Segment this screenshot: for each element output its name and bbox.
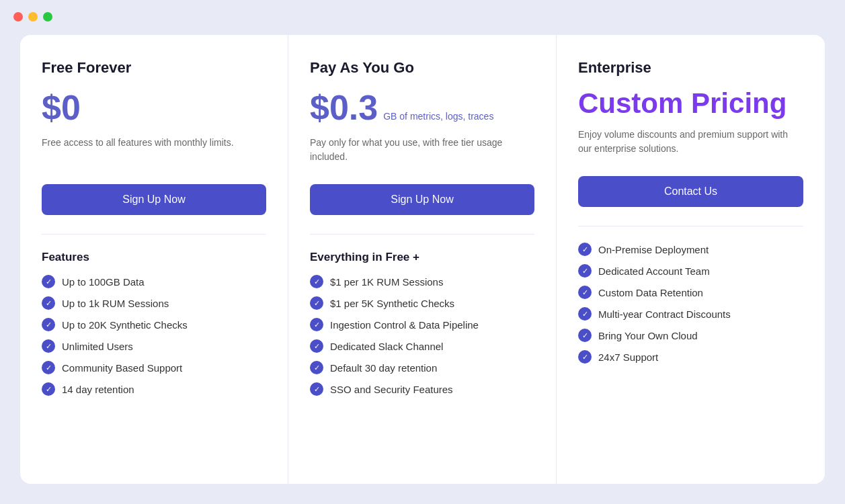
plan-name-payg: Pay As You Go xyxy=(310,59,534,77)
check-icon: ✓ xyxy=(578,243,592,256)
feature-text: Dedicated Account Team xyxy=(598,265,710,277)
maximize-button[interactable] xyxy=(43,12,52,22)
feature-list-free: ✓ Up to 100GB Data ✓ Up to 1k RUM Sessio… xyxy=(42,275,266,396)
feature-text: $1 per 1K RUM Sessions xyxy=(330,276,443,288)
list-item: ✓ Custom Data Retention xyxy=(578,286,803,299)
feature-text: SSO and Security Features xyxy=(330,384,453,395)
feature-text: Up to 20K Synthetic Checks xyxy=(62,319,188,331)
feature-list-enterprise: ✓ On-Premise Deployment ✓ Dedicated Acco… xyxy=(578,243,803,364)
check-icon: ✓ xyxy=(42,339,55,353)
list-item: ✓ Community Based Support xyxy=(42,361,266,374)
check-icon: ✓ xyxy=(310,318,323,331)
check-icon: ✓ xyxy=(310,339,323,353)
feature-text: Bring Your Own Cloud xyxy=(598,330,698,341)
signup-button-free[interactable]: Sign Up Now xyxy=(42,184,266,215)
features-title-free: Features xyxy=(42,251,266,264)
check-icon: ✓ xyxy=(42,275,55,288)
check-icon: ✓ xyxy=(578,307,592,321)
check-icon: ✓ xyxy=(42,318,55,331)
feature-text: Custom Data Retention xyxy=(598,287,703,298)
contact-button-enterprise[interactable]: Contact Us xyxy=(578,176,803,207)
divider-free xyxy=(42,234,266,235)
minimize-button[interactable] xyxy=(28,12,38,22)
check-icon: ✓ xyxy=(310,296,323,310)
plan-description-payg: Pay only for what you use, with free tie… xyxy=(310,136,534,168)
list-item: ✓ Up to 20K Synthetic Checks xyxy=(42,318,266,331)
plan-price-free: $0 xyxy=(42,87,266,128)
list-item: ✓ Dedicated Account Team xyxy=(578,264,803,278)
feature-text: Community Based Support xyxy=(62,362,182,374)
plan-name-enterprise: Enterprise xyxy=(578,59,803,77)
feature-text: Unlimited Users xyxy=(62,341,133,352)
check-icon: ✓ xyxy=(578,329,592,342)
plan-description-free: Free access to all features with monthly… xyxy=(42,136,266,168)
list-item: ✓ On-Premise Deployment xyxy=(578,243,803,256)
plan-price-sub-payg: GB of metrics, logs, traces xyxy=(383,111,493,122)
plan-price-payg: $0.3 GB of metrics, logs, traces xyxy=(310,87,534,128)
plan-description-enterprise: Enjoy volume discounts and premium suppo… xyxy=(578,128,803,160)
feature-text: Multi-year Contract Discounts xyxy=(598,308,731,320)
pricing-container: Free Forever $0 Free access to all featu… xyxy=(20,35,825,484)
feature-text: Up to 100GB Data xyxy=(62,276,145,288)
check-icon: ✓ xyxy=(578,350,592,364)
list-item: ✓ Dedicated Slack Channel xyxy=(310,339,534,353)
signup-button-payg[interactable]: Sign Up Now xyxy=(310,184,534,215)
list-item: ✓ $1 per 1K RUM Sessions xyxy=(310,275,534,288)
list-item: ✓ Default 30 day retention xyxy=(310,361,534,374)
plan-price-enterprise: Custom Pricing xyxy=(578,87,803,120)
plan-price-amount-free: $0 xyxy=(42,87,81,128)
check-icon: ✓ xyxy=(42,382,55,396)
check-icon: ✓ xyxy=(310,382,323,396)
plan-card-payg: Pay As You Go $0.3 GB of metrics, logs, … xyxy=(288,35,557,484)
list-item: ✓ $1 per 5K Synthetic Checks xyxy=(310,296,534,310)
feature-text: Up to 1k RUM Sessions xyxy=(62,298,169,309)
plan-card-enterprise: Enterprise Custom Pricing Enjoy volume d… xyxy=(557,35,825,484)
list-item: ✓ Up to 100GB Data xyxy=(42,275,266,288)
feature-text: Default 30 day retention xyxy=(330,362,437,374)
list-item: ✓ Bring Your Own Cloud xyxy=(578,329,803,342)
title-bar xyxy=(0,0,845,28)
feature-text: Dedicated Slack Channel xyxy=(330,341,443,352)
list-item: ✓ Multi-year Contract Discounts xyxy=(578,307,803,321)
check-icon: ✓ xyxy=(578,286,592,299)
feature-text: On-Premise Deployment xyxy=(598,244,709,255)
divider-enterprise xyxy=(578,226,803,226)
check-icon: ✓ xyxy=(42,361,55,374)
list-item: ✓ SSO and Security Features xyxy=(310,382,534,396)
close-button[interactable] xyxy=(13,12,23,22)
plan-card-free: Free Forever $0 Free access to all featu… xyxy=(20,35,288,484)
feature-text: Ingestion Control & Data Pipeline xyxy=(330,319,479,331)
check-icon: ✓ xyxy=(578,264,592,278)
list-item: ✓ Up to 1k RUM Sessions xyxy=(42,296,266,310)
check-icon: ✓ xyxy=(310,361,323,374)
feature-text: $1 per 5K Synthetic Checks xyxy=(330,298,454,309)
divider-payg xyxy=(310,234,534,235)
window: Free Forever $0 Free access to all featu… xyxy=(0,0,845,504)
feature-text: 14 day retention xyxy=(62,384,134,395)
plan-name-free: Free Forever xyxy=(42,59,266,77)
feature-text: 24x7 Support xyxy=(598,351,658,363)
content-area: Free Forever $0 Free access to all featu… xyxy=(0,28,845,504)
features-title-payg: Everything in Free + xyxy=(310,251,534,264)
feature-list-payg: ✓ $1 per 1K RUM Sessions ✓ $1 per 5K Syn… xyxy=(310,275,534,396)
list-item: ✓ 14 day retention xyxy=(42,382,266,396)
plan-price-amount-payg: $0.3 xyxy=(310,87,378,128)
list-item: ✓ 24x7 Support xyxy=(578,350,803,364)
check-icon: ✓ xyxy=(310,275,323,288)
check-icon: ✓ xyxy=(42,296,55,310)
list-item: ✓ Ingestion Control & Data Pipeline xyxy=(310,318,534,331)
list-item: ✓ Unlimited Users xyxy=(42,339,266,353)
